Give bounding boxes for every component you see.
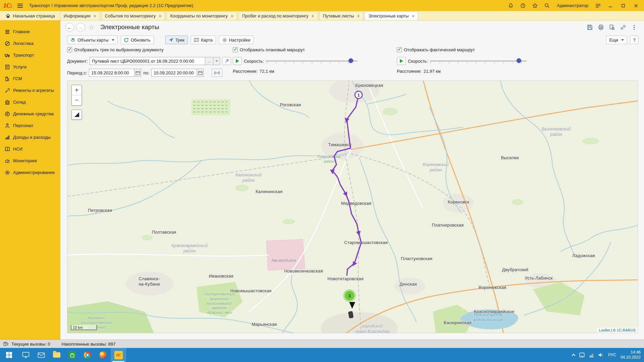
slider-handle[interactable] bbox=[517, 58, 521, 63]
tab-sobytiya-po-monitoringu[interactable]: События по мониторингу× bbox=[101, 11, 165, 20]
tray-tablet-icon[interactable] bbox=[579, 353, 585, 357]
sidebar-item-logistics[interactable]: Логистика bbox=[0, 38, 60, 49]
tab-close-icon[interactable]: × bbox=[93, 14, 96, 18]
maximize-button[interactable] bbox=[619, 1, 628, 10]
gear-icon bbox=[5, 170, 10, 175]
current-user[interactable]: Администратор bbox=[557, 3, 588, 8]
favorite-star-icon[interactable]: ☆ bbox=[89, 23, 94, 31]
save-icon[interactable] bbox=[585, 23, 594, 32]
sidebar-item-main[interactable]: Главное bbox=[0, 26, 60, 38]
vendor-link[interactable]: 1C-RARUS bbox=[617, 328, 636, 332]
service-menu-icon[interactable] bbox=[594, 1, 602, 10]
sidebar-item-administration[interactable]: Администрирование bbox=[0, 167, 60, 178]
open-document-button[interactable] bbox=[222, 57, 231, 65]
logistics-icon bbox=[5, 41, 10, 46]
sidebar-item-repairs[interactable]: Ремонты и агрегаты bbox=[0, 84, 60, 96]
tab-close-icon[interactable]: × bbox=[159, 14, 161, 18]
more-kebab-icon[interactable] bbox=[630, 23, 639, 32]
period-from-input[interactable]: 15.09.2022 8:00:00 bbox=[89, 69, 135, 77]
taskbar-app-1c[interactable]: 1С bbox=[111, 348, 126, 362]
refresh-button[interactable]: Обновить bbox=[120, 36, 154, 44]
help-button[interactable]: ? bbox=[630, 36, 639, 44]
map-marker-vehicle[interactable] bbox=[349, 302, 355, 309]
period-to-calendar-button[interactable] bbox=[197, 69, 204, 77]
settings-button[interactable]: Настройки bbox=[219, 36, 254, 44]
taskbar-app-system[interactable] bbox=[18, 348, 34, 362]
search-icon[interactable] bbox=[543, 1, 551, 10]
tab-putevye-listy[interactable]: Путевые листы× bbox=[319, 11, 364, 20]
leaflet-link[interactable]: Leaflet bbox=[599, 328, 610, 332]
planned-speed-slider[interactable] bbox=[266, 57, 357, 65]
document-input[interactable]: Путевой лист ЦБРО0000001 от 16.09.2022 0… bbox=[90, 57, 205, 65]
play-actual-button[interactable] bbox=[397, 57, 406, 65]
favorites-star-icon[interactable] bbox=[531, 1, 539, 10]
zoom-in-button[interactable]: + bbox=[72, 85, 82, 95]
period-from-calendar-button[interactable] bbox=[135, 69, 141, 77]
tab-close-icon[interactable]: × bbox=[412, 14, 414, 18]
taskbar-app-media[interactable] bbox=[95, 348, 111, 362]
tray-network-icon[interactable] bbox=[589, 353, 594, 357]
sidebar-item-nsi[interactable]: НСИ bbox=[0, 143, 60, 155]
slider-handle[interactable] bbox=[348, 58, 353, 63]
map-button[interactable]: Карта bbox=[191, 36, 216, 44]
taskbar-app-chrome[interactable] bbox=[80, 348, 95, 362]
tab-koordinaty-po-monitoringu[interactable]: Координаты по мониторингу× bbox=[166, 11, 237, 20]
period-to-input[interactable]: 15.09.2022 20:00:00 bbox=[151, 69, 197, 77]
sidebar-item-services[interactable]: Услуги bbox=[0, 61, 60, 73]
tab-label: События по мониторингу bbox=[105, 13, 156, 18]
tab-informatsiya[interactable]: Информация× bbox=[60, 11, 100, 20]
notifications-bell-icon[interactable] bbox=[506, 1, 515, 10]
accumulated-calls: Накопленные вызовы: 897 bbox=[62, 342, 116, 347]
map-marker-1[interactable]: 1 bbox=[355, 91, 363, 99]
more-button[interactable]: Еще bbox=[606, 36, 627, 44]
forward-button[interactable]: → bbox=[76, 23, 85, 32]
taskbar-app-mail[interactable] bbox=[34, 348, 49, 362]
tray-speaker-icon[interactable] bbox=[598, 353, 604, 357]
sidebar-item-label: Персонал bbox=[13, 123, 33, 128]
tab-home[interactable]: Начальная страница bbox=[2, 11, 59, 20]
sidebar-item-warehouse[interactable]: Склад bbox=[0, 96, 60, 108]
document-clear-button[interactable]: × bbox=[213, 57, 220, 65]
link-icon[interactable] bbox=[619, 23, 628, 32]
tab-close-icon[interactable]: × bbox=[357, 14, 360, 18]
main-menu-icon[interactable] bbox=[16, 1, 24, 10]
tray-chevron-up-icon[interactable] bbox=[572, 354, 575, 357]
tab-probeg-i-raskhod[interactable]: Пробег и расход по мониторингу× bbox=[238, 11, 318, 20]
tab-label: Путевые листы bbox=[323, 13, 354, 18]
show-track-checkbox[interactable] bbox=[67, 47, 72, 52]
sidebar-item-money[interactable]: Денежные средства bbox=[0, 108, 60, 120]
minimize-button[interactable] bbox=[606, 1, 615, 10]
zoom-out-button[interactable]: − bbox=[72, 95, 82, 105]
sidebar-item-personnel[interactable]: Персонал bbox=[0, 120, 60, 131]
button-label: Обновить bbox=[131, 38, 151, 43]
measure-tool-button[interactable] bbox=[71, 110, 82, 120]
taskbar-app-store[interactable] bbox=[64, 348, 80, 362]
history-clock-icon[interactable] bbox=[519, 1, 527, 10]
clock[interactable]: 14:46 04.10.2022 bbox=[621, 350, 641, 360]
print-icon[interactable] bbox=[596, 23, 605, 32]
language-indicator[interactable]: РУС bbox=[608, 353, 616, 357]
taskbar-app-explorer[interactable] bbox=[49, 348, 64, 362]
tab-elektronnye-karty[interactable]: Электронные карты× bbox=[365, 11, 418, 20]
start-button[interactable] bbox=[0, 348, 18, 362]
tab-close-icon[interactable]: × bbox=[311, 14, 314, 18]
sidebar-item-transport[interactable]: Транспорт bbox=[0, 49, 60, 61]
map-marker-3[interactable]: 3 bbox=[345, 291, 354, 300]
sidebar-item-fuel[interactable]: ГСМ bbox=[0, 73, 60, 84]
document-select-button[interactable]: ... bbox=[205, 57, 213, 65]
sidebar-item-monitoring[interactable]: Мониторинг bbox=[0, 155, 60, 167]
map-objects-button[interactable]: Объекты карты bbox=[67, 36, 118, 44]
preview-icon[interactable] bbox=[607, 23, 616, 32]
track-button[interactable]: Трек bbox=[165, 36, 188, 44]
play-planned-button[interactable] bbox=[233, 57, 242, 65]
close-button[interactable] bbox=[631, 1, 641, 10]
sidebar-item-income-expenses[interactable]: Доходы и расходы bbox=[0, 131, 60, 143]
back-button[interactable]: ← bbox=[65, 23, 74, 32]
telemetry-signal-button[interactable] bbox=[212, 69, 222, 77]
tab-close-icon[interactable]: × bbox=[231, 14, 233, 18]
map-label: Тимашевск bbox=[328, 142, 351, 147]
show-actual-route-checkbox[interactable] bbox=[397, 47, 402, 52]
show-planned-route-checkbox[interactable] bbox=[233, 47, 238, 52]
actual-speed-slider[interactable] bbox=[430, 57, 527, 65]
map-canvas[interactable]: БрюховецкаяРоговскаяТимашевскВыселкиКали… bbox=[67, 80, 638, 333]
